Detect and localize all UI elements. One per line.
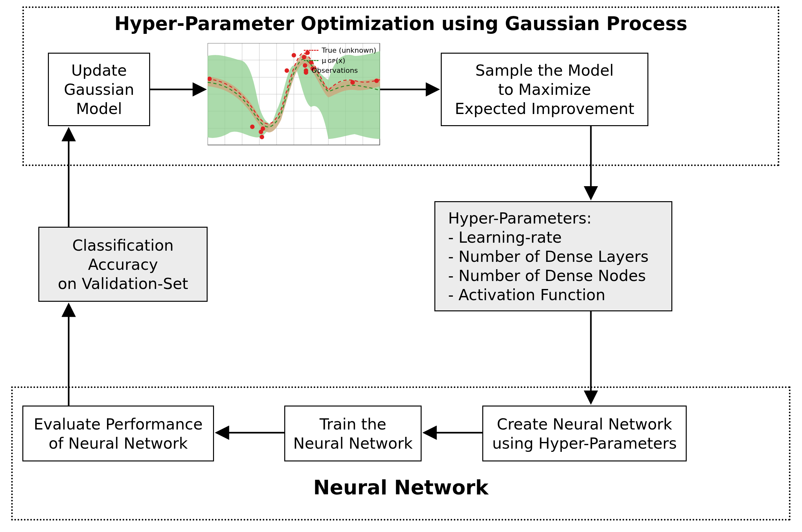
svg-point-20	[250, 125, 254, 129]
legend-swatch-obs	[304, 68, 308, 73]
legend-swatch-mu	[304, 60, 319, 61]
gp-surrogate-plot: True (unknown) μ ɢᴘ(x) Observations	[208, 43, 380, 145]
svg-point-22	[260, 135, 264, 139]
box-update-gaussian-model-label: Update Gaussian Model	[64, 61, 134, 118]
group-top-title: Hyper-Parameter Optimization using Gauss…	[22, 13, 779, 35]
box-sample-model-label: Sample the Model to Maximize Expected Im…	[455, 61, 634, 118]
legend-label-true: True (unknown)	[322, 46, 376, 55]
svg-point-23	[261, 127, 265, 131]
legend-swatch-true	[304, 50, 319, 51]
legend-label-obs: Observations	[311, 66, 358, 75]
gp-plot-legend: True (unknown) μ ɢᴘ(x) Observations	[303, 45, 378, 77]
box-evaluate-nn-label: Evaluate Performance of Neural Network	[34, 415, 203, 453]
box-hyper-parameters: Hyper-Parameters: - Learning-rate - Numb…	[434, 201, 672, 311]
box-create-nn: Create Neural Network using Hyper-Parame…	[482, 405, 687, 461]
svg-point-32	[350, 80, 355, 84]
svg-point-33	[374, 79, 379, 83]
box-classification-accuracy: Classification Accuracy on Validation-Se…	[38, 227, 208, 302]
box-create-nn-label: Create Neural Network using Hyper-Parame…	[492, 415, 677, 453]
box-evaluate-nn: Evaluate Performance of Neural Network	[22, 405, 214, 461]
svg-point-25	[292, 53, 296, 57]
box-sample-model: Sample the Model to Maximize Expected Im…	[441, 53, 648, 126]
box-update-gaussian-model: Update Gaussian Model	[48, 53, 150, 126]
box-hyper-parameters-label: Hyper-Parameters: - Learning-rate - Numb…	[448, 209, 649, 304]
legend-label-mu: μ ɢᴘ(x)	[322, 56, 345, 65]
box-train-nn: Train the Neural Network	[284, 405, 422, 461]
svg-point-24	[285, 68, 289, 73]
box-train-nn-label: Train the Neural Network	[293, 415, 413, 453]
group-bottom-title: Neural Network	[11, 476, 790, 499]
box-classification-accuracy-label: Classification Accuracy on Validation-Se…	[58, 236, 188, 293]
